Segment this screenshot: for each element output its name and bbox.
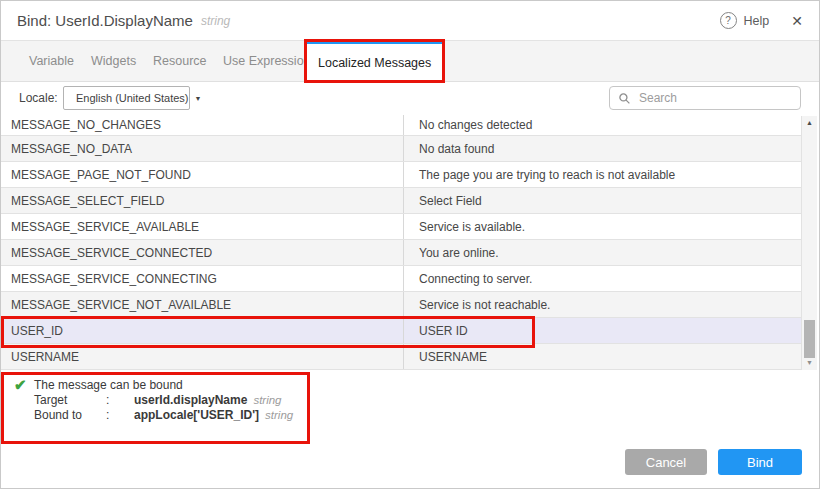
bind-status-panel: ✔ The message can be bound Target:userId… (1, 371, 819, 427)
cancel-button[interactable]: Cancel (625, 449, 707, 475)
dialog-header: Bind: UserId.DisplayName string ? Help ✕ (1, 1, 819, 41)
message-key: USER_ID (1, 318, 404, 343)
message-value: USERNAME (404, 344, 801, 369)
help-button[interactable]: Help (744, 14, 770, 28)
dialog-title-type: string (201, 14, 230, 28)
bind-dialog: Bind: UserId.DisplayName string ? Help ✕… (0, 0, 820, 489)
message-key: MESSAGE_SERVICE_AVAILABLE (1, 214, 404, 239)
message-key: MESSAGE_SELECT_FIELD (1, 188, 404, 213)
chevron-down-icon: ▼ (195, 95, 202, 102)
help-icon[interactable]: ? (720, 12, 737, 29)
message-value: Select Field (404, 188, 801, 213)
status-row-separator: : (106, 393, 134, 408)
tab-bar: VariableWidgetsResourceUse ExpressionLoc… (1, 41, 819, 82)
search-box (609, 86, 801, 110)
scroll-down-icon[interactable]: ▼ (802, 358, 817, 368)
dialog-title: Bind: UserId.DisplayName (17, 12, 193, 29)
message-key: MESSAGE_NO_CHANGES (1, 115, 404, 135)
message-key: MESSAGE_SERVICE_CONNECTED (1, 240, 404, 265)
table-row[interactable]: MESSAGE_NO_DATANo data found (1, 136, 801, 162)
table-scrollbar[interactable]: ▲ ▼ (801, 116, 817, 370)
table-row[interactable]: MESSAGE_SERVICE_CONNECTEDYou are online. (1, 240, 801, 266)
message-value: Connecting to server. (404, 266, 801, 291)
message-key: MESSAGE_SERVICE_NOT_AVAILABLE (1, 292, 404, 317)
search-input[interactable] (637, 90, 792, 106)
table-row[interactable]: MESSAGE_SERVICE_AVAILABLEService is avai… (1, 214, 801, 240)
table-row[interactable]: MESSAGE_PAGE_NOT_FOUNDThe page you are t… (1, 162, 801, 188)
table-row[interactable]: USERNAMEUSERNAME (1, 344, 801, 370)
status-row-separator: : (106, 408, 134, 423)
status-row-label: Target (34, 393, 106, 408)
scrollbar-thumb[interactable] (804, 320, 815, 358)
success-check-icon: ✔ (14, 376, 27, 394)
message-key: USERNAME (1, 344, 404, 369)
bind-status-row: Bound to:appLocale['USER_ID']string (34, 408, 293, 423)
message-key: MESSAGE_PAGE_NOT_FOUND (1, 162, 404, 187)
table-row[interactable]: MESSAGE_SELECT_FIELDSelect Field (1, 188, 801, 214)
bind-status-row: Target:userId.displayNamestring (34, 393, 293, 408)
locale-select[interactable]: English (United States) ▼ (63, 86, 190, 110)
dialog-footer: Cancel Bind (1, 426, 819, 488)
message-value: No data found (404, 136, 801, 161)
table-row[interactable]: MESSAGE_SERVICE_NOT_AVAILABLEService is … (1, 292, 801, 318)
close-icon[interactable]: ✕ (791, 13, 803, 29)
tab-localized-messages[interactable]: Localized Messages (307, 41, 442, 81)
locale-selected-value: English (United States) (76, 92, 189, 104)
message-key: MESSAGE_SERVICE_CONNECTING (1, 266, 404, 291)
bind-status-rows: Target:userId.displayNamestringBound to:… (34, 393, 293, 423)
messages-table-body: MESSAGE_NO_CHANGESNo changes detectedMES… (1, 115, 801, 371)
table-row[interactable]: USER_IDUSER ID (1, 318, 801, 344)
status-row-type: string (253, 394, 281, 406)
bind-button[interactable]: Bind (718, 449, 802, 475)
message-value: USER ID (404, 318, 801, 343)
status-row-type: string (265, 409, 293, 421)
table-row[interactable]: MESSAGE_NO_CHANGESNo changes detected (1, 115, 801, 136)
bind-status-content: The message can be bound Target:userId.d… (34, 378, 293, 423)
status-row-label: Bound to (34, 408, 106, 423)
scroll-up-icon[interactable]: ▲ (802, 118, 817, 128)
header-actions: ? Help ✕ (720, 12, 803, 29)
status-row-value: userId.displayNamestring (134, 393, 293, 408)
messages-table: MESSAGE_NO_CHANGESNo changes detectedMES… (1, 115, 819, 371)
status-row-value: appLocale['USER_ID']string (134, 408, 293, 423)
message-value: Service is available. (404, 214, 801, 239)
message-value: The page you are trying to reach is not … (404, 162, 801, 187)
table-row[interactable]: MESSAGE_SERVICE_CONNECTINGConnecting to … (1, 266, 801, 292)
search-icon (618, 92, 631, 105)
message-value: Service is not reachable. (404, 292, 801, 317)
bind-status-message: The message can be bound (34, 378, 293, 393)
locale-label: Locale: (19, 91, 58, 105)
message-key: MESSAGE_NO_DATA (1, 136, 404, 161)
toolbar: Locale: English (United States) ▼ (1, 82, 819, 116)
message-value: You are online. (404, 240, 801, 265)
message-value: No changes detected (404, 115, 801, 135)
